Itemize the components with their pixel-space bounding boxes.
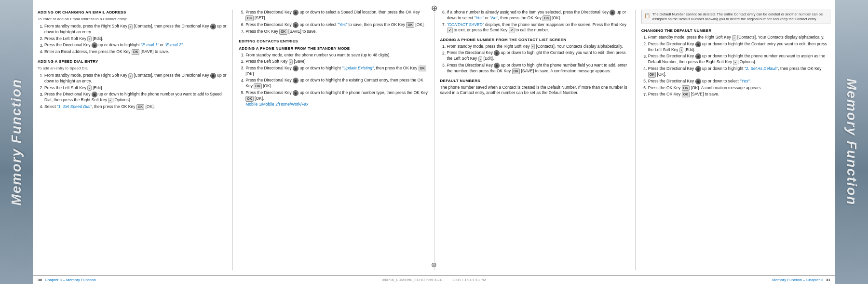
column-2: Press the Directional Key up or down to … bbox=[235, 10, 432, 270]
soft-key-icon: ▪ bbox=[478, 56, 482, 62]
col-divider-2 bbox=[434, 10, 434, 270]
list-item: Press the Left Soft Key ▪ [Save]. bbox=[245, 59, 428, 64]
footer-filename: 080716_CDM8950_ECHO.indd 30-31 bbox=[382, 278, 443, 282]
dir-key-icon bbox=[494, 63, 500, 68]
list-item: Press the Directional Key up or down to … bbox=[245, 78, 428, 89]
col3-section1-list: From standby mode, press the Right Soft … bbox=[440, 44, 629, 74]
list-item: Press the Directional Key up or down to … bbox=[648, 66, 830, 78]
ok-key-icon: OK bbox=[648, 72, 656, 78]
list-item: Select "1. Set Speed Dial", then press t… bbox=[44, 104, 227, 110]
compass-icon-top: ⊕ bbox=[431, 3, 437, 13]
end-key-icon: ↙ bbox=[447, 27, 453, 33]
dir-key-icon bbox=[695, 66, 701, 72]
dir-key-icon bbox=[210, 73, 216, 79]
list-item: Press the Directional Key up or down to … bbox=[245, 10, 428, 21]
list-item: Press the Directional Key up or down to … bbox=[245, 90, 428, 107]
highlight-text: "E-mail 1" bbox=[141, 43, 159, 48]
right-sidebar: Memory Function bbox=[835, 0, 868, 284]
main-content: ⊕ ADDING OR CHANGING AN EMAIL ADDRESS To… bbox=[33, 0, 835, 284]
dir-key-icon bbox=[210, 24, 216, 29]
page-number-left: 30 bbox=[38, 278, 42, 282]
dir-key-icon bbox=[695, 79, 701, 84]
info-box: 📋 The Default Number cannot be deleted. … bbox=[641, 10, 830, 24]
ok-key-icon: OK bbox=[682, 92, 690, 97]
ok-key-icon: OK bbox=[682, 85, 690, 91]
col4-section1-title: CHANGING THE DEFAULT NUMBER bbox=[641, 28, 830, 33]
highlight-text: "CONTACT SAVED" bbox=[447, 22, 484, 27]
left-sidebar-text: Memory Function bbox=[9, 79, 24, 205]
ok-key-icon: OK bbox=[136, 104, 145, 110]
highlight-text: "Yes" bbox=[740, 79, 749, 83]
col1-section2-subtitle: To add an entry to Speed Dial: bbox=[38, 66, 227, 71]
info-box-text: The Default Number cannot be deleted. Th… bbox=[652, 12, 827, 22]
soft-key-icon: ▪ bbox=[108, 98, 112, 103]
dir-key-icon bbox=[695, 54, 701, 59]
page-footer: 30 Chapter 3 – Memory Function 080716_CD… bbox=[33, 275, 835, 284]
column-1: ADDING OR CHANGING AN EMAIL ADDRESS To e… bbox=[38, 10, 231, 270]
list-item: Press the Left Soft Key ▪ [Edit]. bbox=[44, 85, 227, 91]
chapter-label-left: Chapter 3 – Memory Function bbox=[45, 278, 96, 282]
list-item: Press the Left Soft Key ▪ [Edit]. bbox=[44, 36, 227, 41]
right-sidebar-text: Memory Function bbox=[844, 79, 859, 205]
soft-key-icon: ▪ bbox=[679, 47, 683, 53]
list-item: From standby mode, press the Right Soft … bbox=[44, 73, 227, 84]
soft-key-icon: ▪ bbox=[289, 59, 293, 65]
list-item: From standby mode, enter the phone numbe… bbox=[245, 53, 428, 58]
ok-key-icon: OK bbox=[419, 66, 427, 71]
soft-key-icon: ▪ bbox=[128, 24, 132, 29]
list-item: Press the Directional Key up or down to … bbox=[245, 22, 428, 28]
soft-key-icon: ▪ bbox=[87, 85, 91, 91]
dir-key-icon bbox=[293, 78, 298, 83]
ok-key-icon: OK bbox=[512, 68, 520, 74]
col1-section2-list: From standby mode, press the Right Soft … bbox=[38, 73, 227, 109]
column-4: 📋 The Default Number cannot be deleted. … bbox=[637, 10, 830, 270]
dir-key-icon bbox=[610, 10, 615, 15]
left-sidebar: Memory Function bbox=[0, 0, 33, 284]
list-item: Press the Directional Key up or down to … bbox=[44, 92, 227, 103]
list-item: From standby mode, press the Right Soft … bbox=[447, 44, 629, 49]
ok-key-icon: OK bbox=[406, 22, 414, 28]
highlight-text: "1. Set Speed Dial" bbox=[57, 104, 92, 109]
col1-section1-title: ADDING OR CHANGING AN EMAIL ADDRESS bbox=[38, 10, 227, 15]
list-item: "CONTACT SAVED" displays, then the phone… bbox=[447, 22, 629, 33]
list-item: Press the Directional Key up or down to … bbox=[44, 42, 227, 48]
dir-key-icon bbox=[92, 42, 97, 48]
list-item: Press the Directional Key up or down to … bbox=[648, 54, 830, 65]
col-divider-3 bbox=[635, 10, 636, 270]
dir-key-icon bbox=[695, 41, 701, 47]
col1-section2-title: ADDING A SPEED DIAL ENTRY bbox=[38, 59, 227, 64]
list-item: Press the Directional Key up or down to … bbox=[648, 79, 830, 84]
highlight-text: "Update Existing" bbox=[342, 66, 374, 70]
footer-date: 2008.7.16 4:1:13 PM bbox=[452, 278, 486, 282]
compass-icon-bottom: ⊕ bbox=[431, 259, 437, 270]
soft-key-icon: ▪ bbox=[87, 36, 91, 41]
soft-key-icon: ▪ bbox=[732, 35, 736, 41]
ok-key-icon: OK bbox=[245, 96, 254, 102]
highlight-text: Mobile 1/Mobile 2/Home/Work/Fax bbox=[245, 102, 308, 107]
col2-section2-title: ADDING A PHONE NUMBER FROM THE STANDBY M… bbox=[239, 46, 428, 51]
dir-key-icon bbox=[293, 90, 298, 96]
dir-key-icon bbox=[92, 92, 97, 97]
ok-key-icon: OK bbox=[254, 83, 262, 89]
col3-section1-title: ADDING A PHONE NUMBER FROM THE CONTACT L… bbox=[440, 37, 629, 42]
list-item: Press the OK Key OK [OK]. A confirmation… bbox=[648, 85, 830, 91]
col3-section2-title: DEFAULT NUMBERS bbox=[440, 78, 629, 83]
highlight-text: "No" bbox=[490, 15, 498, 20]
soft-key-icon: ▪ bbox=[733, 60, 737, 65]
dir-key-icon bbox=[293, 10, 298, 15]
soft-key-icon: ▪ bbox=[531, 44, 535, 49]
list-item: Press the Directional Key up or down to … bbox=[648, 41, 830, 53]
col1-section1-list: From standby mode, press the Right Soft … bbox=[38, 24, 227, 55]
list-item: Press the Directional Key up or down to … bbox=[447, 50, 629, 61]
list-item: Press the OK Key OK [SAVE] to save. bbox=[245, 29, 428, 35]
dir-key-icon bbox=[293, 22, 298, 28]
ok-key-icon: OK bbox=[542, 15, 551, 21]
col1-section1-subtitle: To enter or add an Email address to a Co… bbox=[38, 16, 227, 22]
highlight-text: "Yes" bbox=[338, 22, 347, 27]
content-columns: ADDING OR CHANGING AN EMAIL ADDRESS To e… bbox=[33, 0, 835, 275]
highlight-text: "Yes" bbox=[474, 15, 484, 20]
col3-intro-list: If a phone number is already assigned to… bbox=[440, 10, 629, 33]
col2-intro-list: Press the Directional Key up or down to … bbox=[239, 10, 428, 35]
dir-key-icon bbox=[293, 66, 298, 71]
soft-key-icon: ▪ bbox=[128, 73, 132, 79]
